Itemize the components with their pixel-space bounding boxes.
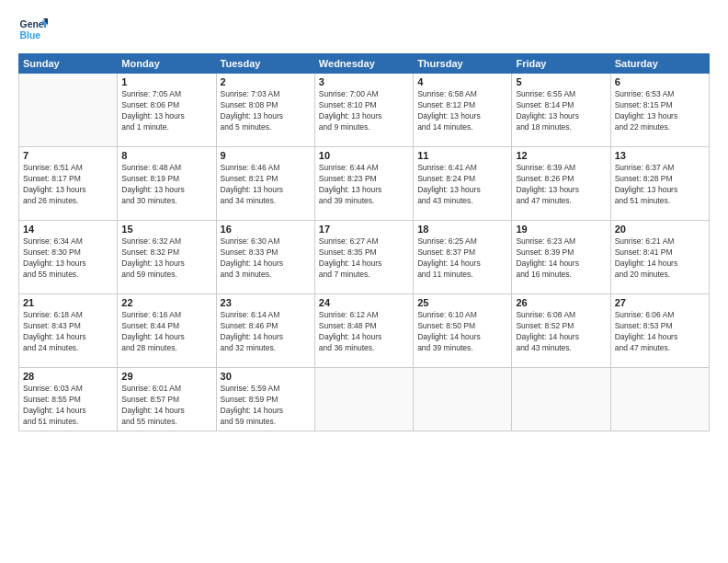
day-info: Sunrise: 6:16 AMSunset: 8:44 PMDaylight:…: [121, 310, 211, 354]
day-number: 27: [615, 297, 705, 308]
day-cell: 12Sunrise: 6:39 AMSunset: 8:26 PMDayligh…: [512, 147, 610, 221]
day-cell: 29Sunrise: 6:01 AMSunset: 8:57 PMDayligh…: [118, 368, 216, 431]
day-number: 3: [319, 76, 409, 87]
day-number: 28: [23, 371, 113, 382]
day-info: Sunrise: 6:12 AMSunset: 8:48 PMDaylight:…: [319, 310, 409, 354]
day-cell: 24Sunrise: 6:12 AMSunset: 8:48 PMDayligh…: [314, 294, 413, 368]
day-cell: [414, 368, 512, 431]
day-number: 12: [516, 150, 606, 161]
weekday-wednesday: Wednesday: [314, 54, 413, 74]
day-info: Sunrise: 7:05 AMSunset: 8:06 PMDaylight:…: [121, 89, 211, 133]
day-info: Sunrise: 6:41 AMSunset: 8:24 PMDaylight:…: [417, 163, 507, 207]
day-cell: 5Sunrise: 6:55 AMSunset: 8:14 PMDaylight…: [512, 74, 610, 147]
day-number: 16: [221, 224, 311, 235]
day-number: 19: [516, 224, 606, 235]
day-number: 29: [121, 371, 211, 382]
week-row-2: 7Sunrise: 6:51 AMSunset: 8:17 PMDaylight…: [19, 147, 710, 221]
day-cell: 3Sunrise: 7:00 AMSunset: 8:10 PMDaylight…: [314, 74, 413, 147]
page: General Blue SundayMondayTuesdayWednesda…: [0, 0, 728, 563]
day-info: Sunrise: 6:03 AMSunset: 8:55 PMDaylight:…: [23, 384, 113, 428]
day-cell: 19Sunrise: 6:23 AMSunset: 8:39 PMDayligh…: [512, 221, 610, 294]
logo-icon: General Blue: [18, 15, 48, 44]
day-info: Sunrise: 6:14 AMSunset: 8:46 PMDaylight:…: [221, 310, 311, 354]
day-info: Sunrise: 6:32 AMSunset: 8:32 PMDaylight:…: [121, 236, 211, 281]
day-info: Sunrise: 6:53 AMSunset: 8:15 PMDaylight:…: [615, 89, 705, 133]
day-info: Sunrise: 6:30 AMSunset: 8:33 PMDaylight:…: [221, 236, 311, 281]
weekday-monday: Monday: [118, 54, 216, 74]
day-number: 21: [23, 297, 113, 308]
week-row-1: 1Sunrise: 7:05 AMSunset: 8:06 PMDaylight…: [19, 74, 710, 147]
day-cell: 18Sunrise: 6:25 AMSunset: 8:37 PMDayligh…: [414, 221, 512, 294]
day-info: Sunrise: 6:10 AMSunset: 8:50 PMDaylight:…: [417, 310, 507, 354]
day-number: 18: [417, 224, 507, 235]
day-cell: 1Sunrise: 7:05 AMSunset: 8:06 PMDaylight…: [118, 74, 216, 147]
day-info: Sunrise: 6:39 AMSunset: 8:26 PMDaylight:…: [516, 163, 606, 207]
day-info: Sunrise: 6:44 AMSunset: 8:23 PMDaylight:…: [319, 163, 409, 207]
day-cell: [314, 368, 413, 431]
day-number: 6: [615, 76, 705, 87]
day-info: Sunrise: 6:51 AMSunset: 8:17 PMDaylight:…: [23, 163, 113, 207]
day-cell: 8Sunrise: 6:48 AMSunset: 8:19 PMDaylight…: [118, 147, 216, 221]
weekday-header-row: SundayMondayTuesdayWednesdayThursdayFrid…: [19, 54, 710, 74]
day-info: Sunrise: 6:25 AMSunset: 8:37 PMDaylight:…: [417, 236, 507, 281]
day-number: 4: [417, 76, 507, 87]
day-number: 13: [615, 150, 705, 161]
day-number: 26: [516, 297, 606, 308]
day-info: Sunrise: 6:21 AMSunset: 8:41 PMDaylight:…: [615, 236, 705, 281]
day-number: 20: [615, 224, 705, 235]
day-cell: 7Sunrise: 6:51 AMSunset: 8:17 PMDaylight…: [19, 147, 118, 221]
day-cell: 10Sunrise: 6:44 AMSunset: 8:23 PMDayligh…: [314, 147, 413, 221]
weekday-saturday: Saturday: [610, 54, 709, 74]
day-number: 15: [121, 224, 211, 235]
week-row-4: 21Sunrise: 6:18 AMSunset: 8:43 PMDayligh…: [19, 294, 710, 368]
day-number: 17: [319, 224, 409, 235]
day-number: 1: [121, 76, 211, 87]
logo: General Blue: [18, 15, 51, 44]
calendar-table: SundayMondayTuesdayWednesdayThursdayFrid…: [18, 53, 710, 431]
day-cell: 21Sunrise: 6:18 AMSunset: 8:43 PMDayligh…: [19, 294, 118, 368]
day-cell: 14Sunrise: 6:34 AMSunset: 8:30 PMDayligh…: [19, 221, 118, 294]
day-cell: 22Sunrise: 6:16 AMSunset: 8:44 PMDayligh…: [118, 294, 216, 368]
day-info: Sunrise: 7:00 AMSunset: 8:10 PMDaylight:…: [319, 89, 409, 133]
svg-text:Blue: Blue: [20, 30, 41, 40]
weekday-friday: Friday: [512, 54, 610, 74]
day-cell: 28Sunrise: 6:03 AMSunset: 8:55 PMDayligh…: [19, 368, 118, 431]
day-cell: 4Sunrise: 6:58 AMSunset: 8:12 PMDaylight…: [414, 74, 512, 147]
week-row-3: 14Sunrise: 6:34 AMSunset: 8:30 PMDayligh…: [19, 221, 710, 294]
day-number: 22: [121, 297, 211, 308]
day-number: 2: [221, 76, 311, 87]
day-number: 10: [319, 150, 409, 161]
day-info: Sunrise: 6:27 AMSunset: 8:35 PMDaylight:…: [319, 236, 409, 281]
day-cell: 9Sunrise: 6:46 AMSunset: 8:21 PMDaylight…: [216, 147, 314, 221]
header: General Blue: [18, 15, 710, 44]
day-info: Sunrise: 6:37 AMSunset: 8:28 PMDaylight:…: [615, 163, 705, 207]
week-row-5: 28Sunrise: 6:03 AMSunset: 8:55 PMDayligh…: [19, 368, 710, 431]
day-cell: [512, 368, 610, 431]
day-cell: 6Sunrise: 6:53 AMSunset: 8:15 PMDaylight…: [610, 74, 709, 147]
day-cell: 2Sunrise: 7:03 AMSunset: 8:08 PMDaylight…: [216, 74, 314, 147]
day-info: Sunrise: 6:23 AMSunset: 8:39 PMDaylight:…: [516, 236, 606, 281]
day-info: Sunrise: 6:06 AMSunset: 8:53 PMDaylight:…: [615, 310, 705, 354]
weekday-tuesday: Tuesday: [216, 54, 314, 74]
day-number: 5: [516, 76, 606, 87]
day-cell: 13Sunrise: 6:37 AMSunset: 8:28 PMDayligh…: [610, 147, 709, 221]
day-info: Sunrise: 6:01 AMSunset: 8:57 PMDaylight:…: [121, 384, 211, 428]
day-number: 8: [121, 150, 211, 161]
day-number: 14: [23, 224, 113, 235]
day-info: Sunrise: 6:46 AMSunset: 8:21 PMDaylight:…: [221, 163, 311, 207]
day-info: Sunrise: 6:08 AMSunset: 8:52 PMDaylight:…: [516, 310, 606, 354]
day-number: 9: [221, 150, 311, 161]
day-info: Sunrise: 6:18 AMSunset: 8:43 PMDaylight:…: [23, 310, 113, 354]
day-cell: 20Sunrise: 6:21 AMSunset: 8:41 PMDayligh…: [610, 221, 709, 294]
day-info: Sunrise: 6:55 AMSunset: 8:14 PMDaylight:…: [516, 89, 606, 133]
day-cell: 25Sunrise: 6:10 AMSunset: 8:50 PMDayligh…: [414, 294, 512, 368]
day-cell: 11Sunrise: 6:41 AMSunset: 8:24 PMDayligh…: [414, 147, 512, 221]
day-cell: [19, 74, 118, 147]
day-info: Sunrise: 6:48 AMSunset: 8:19 PMDaylight:…: [121, 163, 211, 207]
day-number: 23: [221, 297, 311, 308]
day-number: 30: [221, 371, 311, 382]
day-info: Sunrise: 5:59 AMSunset: 8:59 PMDaylight:…: [221, 384, 311, 428]
day-info: Sunrise: 7:03 AMSunset: 8:08 PMDaylight:…: [221, 89, 311, 133]
day-info: Sunrise: 6:34 AMSunset: 8:30 PMDaylight:…: [23, 236, 113, 281]
day-cell: 16Sunrise: 6:30 AMSunset: 8:33 PMDayligh…: [216, 221, 314, 294]
